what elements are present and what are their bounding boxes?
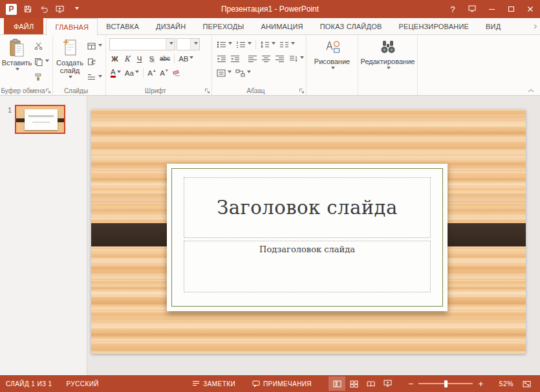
decrease-indent-button[interactable] <box>215 52 228 65</box>
tab-transitions[interactable]: ПЕРЕХОДЫ <box>194 18 252 34</box>
slide-canvas[interactable]: Заголовок слайда Подзаголовок слайда <box>91 109 526 354</box>
cut-button[interactable] <box>32 39 51 52</box>
collapse-ribbon-button[interactable] <box>528 89 534 93</box>
strikethrough-button[interactable]: abc <box>158 52 171 65</box>
bullets-button[interactable] <box>215 38 233 50</box>
tab-animation[interactable]: АНИМАЦИЯ <box>252 18 311 34</box>
change-case-button[interactable]: Аа <box>124 67 140 79</box>
font-size-select[interactable] <box>177 38 200 50</box>
format-painter-icon <box>34 73 42 81</box>
language-indicator[interactable]: РУССКИЙ <box>67 380 99 387</box>
font-name-select[interactable] <box>109 38 175 50</box>
chevron-down-icon <box>300 56 304 61</box>
align-left-button[interactable] <box>246 52 259 65</box>
drawing-button[interactable]: Рисование <box>308 36 356 71</box>
save-button[interactable] <box>19 1 36 17</box>
clear-formatting-button[interactable] <box>171 67 182 79</box>
title-placeholder[interactable]: Заголовок слайда <box>184 177 431 238</box>
editing-group: Редактирование <box>358 35 418 95</box>
minimize-button[interactable] <box>482 0 501 18</box>
notes-label: ЗАМЕТКИ <box>203 380 235 387</box>
tab-slideshow[interactable]: ПОКАЗ СЛАЙДОВ <box>312 18 391 34</box>
slide-indicator[interactable]: СЛАЙД 1 ИЗ 1 <box>6 380 52 387</box>
customize-qat-button[interactable] <box>68 1 84 17</box>
grow-font-button[interactable]: А <box>146 67 157 79</box>
font-color-button[interactable]: А <box>109 67 122 79</box>
view-normal-button[interactable] <box>329 376 345 391</box>
view-slide-sorter-button[interactable] <box>345 376 362 391</box>
tab-view[interactable]: ВИД <box>477 18 509 34</box>
new-slide-button[interactable]: Создать слайд <box>54 36 85 83</box>
plus-icon <box>478 381 484 387</box>
paste-button[interactable]: Вставить <box>1 36 32 83</box>
bullets-icon <box>217 41 226 49</box>
zoom-slider[interactable] <box>418 383 473 384</box>
line-spacing-button[interactable] <box>259 38 277 50</box>
columns-button[interactable] <box>278 38 296 50</box>
zoom-out-button[interactable] <box>405 377 416 390</box>
align-center-button[interactable] <box>260 52 272 65</box>
help-button[interactable] <box>443 0 462 18</box>
undo-button[interactable] <box>36 1 52 17</box>
comments-toggle[interactable]: ПРИМЕЧАНИЯ <box>252 380 312 387</box>
format-painter-button[interactable] <box>32 71 51 83</box>
shrink-font-button[interactable]: А <box>158 67 169 79</box>
slide-thumbnail-item[interactable]: 1 <box>0 105 87 134</box>
font-dialog-launcher[interactable] <box>204 88 210 94</box>
drawing-group: Рисование <box>307 35 358 95</box>
view-slideshow-button[interactable] <box>379 376 396 391</box>
eraser-icon <box>172 69 180 76</box>
convert-smartart-button[interactable] <box>234 67 252 79</box>
notes-toggle[interactable]: ЗАМЕТКИ <box>192 380 235 387</box>
slide-number: 1 <box>0 105 12 114</box>
chevron-down-icon <box>228 42 232 47</box>
tab-insert[interactable]: ВСТАВКА <box>98 18 147 34</box>
tab-file[interactable]: ФАЙЛ <box>4 18 43 34</box>
text-shadow-button[interactable]: S <box>146 52 157 65</box>
save-icon <box>24 5 32 13</box>
copy-button[interactable] <box>32 55 51 68</box>
indent-icon <box>230 55 240 63</box>
zoom-level[interactable]: 52% <box>491 380 513 387</box>
subtitle-placeholder[interactable]: Подзаголовок слайда <box>184 241 431 292</box>
chevron-right-icon <box>533 24 537 29</box>
view-reading-button[interactable] <box>362 376 379 391</box>
zoom-slider-thumb[interactable] <box>444 380 448 387</box>
section-button[interactable] <box>85 71 104 83</box>
scissors-icon <box>34 42 43 50</box>
fit-slide-icon <box>523 380 531 387</box>
start-slideshow-button[interactable] <box>52 1 68 17</box>
tab-design[interactable]: ДИЗАЙН <box>147 18 194 34</box>
editing-button[interactable]: Редактирование <box>360 36 416 71</box>
ribbon-display-options-button[interactable] <box>462 0 482 18</box>
bold-button[interactable]: Ж <box>109 52 120 65</box>
close-button[interactable] <box>521 0 540 18</box>
tab-home[interactable]: ГЛАВНАЯ <box>46 18 98 36</box>
align-right-button[interactable] <box>274 52 286 65</box>
slide-1-thumbnail[interactable] <box>15 105 65 134</box>
paragraph-dialog-launcher[interactable] <box>299 88 305 94</box>
slide-thumbnails-panel[interactable]: 1 <box>0 96 87 375</box>
text-direction-button[interactable] <box>287 52 305 65</box>
fit-slide-button[interactable] <box>519 376 534 391</box>
comment-icon <box>252 380 260 387</box>
underline-button[interactable]: Ч <box>134 52 145 65</box>
numbering-button[interactable] <box>235 38 253 50</box>
slide-layout-button[interactable] <box>85 39 104 52</box>
powerpoint-logo-icon[interactable] <box>3 1 19 17</box>
maximize-button[interactable] <box>501 0 521 18</box>
reset-slide-button[interactable] <box>85 55 104 68</box>
slide-editor-area[interactable]: Заголовок слайда Подзаголовок слайда <box>87 96 540 375</box>
clipboard-dialog-launcher[interactable] <box>45 88 51 94</box>
character-spacing-button[interactable]: АВ <box>177 52 195 65</box>
ribbon-filler <box>418 35 540 95</box>
tab-review[interactable]: РЕЦЕНЗИРОВАНИЕ <box>390 18 477 34</box>
window-title: Презентация1 - PowerPoint <box>221 5 319 14</box>
chevron-down-icon <box>228 71 232 75</box>
increase-indent-button[interactable] <box>229 52 241 65</box>
italic-button[interactable]: К <box>122 52 133 65</box>
drawing-label: Рисование <box>314 58 350 65</box>
align-text-button[interactable] <box>215 67 233 79</box>
zoom-in-button[interactable] <box>475 377 486 390</box>
tab-overflow-arrow[interactable] <box>533 24 537 29</box>
